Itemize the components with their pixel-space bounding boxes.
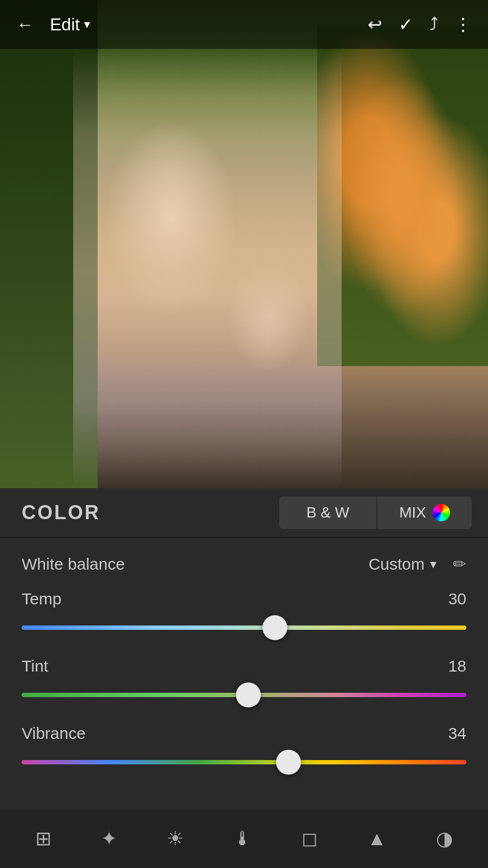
temp-value: 30 bbox=[448, 590, 466, 608]
temp-label: Temp bbox=[22, 590, 61, 608]
edit-label: Edit bbox=[50, 15, 80, 35]
toolbar-presets-icon[interactable]: ⊞ bbox=[35, 827, 52, 850]
edit-title[interactable]: Edit ▾ bbox=[50, 15, 90, 35]
more-button[interactable]: ⋮ bbox=[454, 14, 472, 35]
white-balance-dropdown[interactable]: Custom ▾ bbox=[369, 555, 436, 573]
undo-button[interactable]: ↩ bbox=[368, 14, 382, 35]
white-balance-value: Custom bbox=[369, 555, 425, 573]
edit-chevron: ▾ bbox=[84, 17, 90, 31]
color-wheel-icon bbox=[433, 504, 450, 521]
bottom-toolbar: ⊞ ✦ ☀ 🌡 ◻ ▲ ◑ bbox=[0, 808, 488, 868]
tint-label: Tint bbox=[22, 657, 48, 675]
eyedropper-button[interactable]: ✏ bbox=[453, 554, 466, 573]
toolbar-color-icon[interactable]: 🌡 bbox=[233, 827, 253, 850]
white-balance-label: White balance bbox=[22, 555, 369, 573]
vibrance-slider-header: Vibrance 34 bbox=[22, 724, 466, 743]
toolbar-auto-icon[interactable]: ✦ bbox=[101, 827, 117, 850]
edit-panel: COLOR B & W MIX White balance Custom ▾ ✏… bbox=[0, 488, 488, 868]
photo-preview bbox=[0, 0, 488, 488]
vibrance-value: 34 bbox=[448, 724, 466, 743]
toolbar-detail-icon[interactable]: ▲ bbox=[367, 827, 387, 850]
tint-slider-thumb[interactable] bbox=[236, 682, 261, 707]
share-button[interactable]: ⤴ bbox=[429, 15, 438, 35]
tab-mix[interactable]: MIX bbox=[377, 496, 472, 529]
tint-slider-header: Tint 18 bbox=[22, 657, 466, 675]
confirm-button[interactable]: ✓ bbox=[399, 14, 413, 35]
vibrance-slider-track bbox=[22, 760, 466, 764]
toolbar-curves-icon[interactable]: ◑ bbox=[436, 827, 453, 850]
controls-area: White balance Custom ▾ ✏ Temp 30 Tint bbox=[0, 538, 488, 802]
toolbar-effects-icon[interactable]: ◻ bbox=[301, 827, 318, 850]
header-right: ↩ ✓ ⤴ ⋮ bbox=[368, 14, 472, 35]
temp-slider-track bbox=[22, 626, 466, 630]
mix-label: MIX bbox=[399, 504, 426, 521]
white-balance-row: White balance Custom ▾ ✏ bbox=[22, 554, 466, 573]
dropdown-chevron-icon: ▾ bbox=[430, 557, 436, 572]
photo-person bbox=[73, 49, 342, 488]
back-button[interactable]: ← bbox=[16, 15, 34, 35]
photo-flowers bbox=[317, 24, 488, 366]
photo-background bbox=[0, 0, 488, 488]
tint-slider-track-container[interactable] bbox=[22, 683, 466, 707]
tint-slider-track bbox=[22, 693, 466, 697]
tint-value: 18 bbox=[448, 657, 466, 675]
temp-slider-section: Temp 30 bbox=[22, 590, 466, 640]
temp-slider-header: Temp 30 bbox=[22, 590, 466, 608]
vibrance-slider-track-container[interactable] bbox=[22, 750, 466, 774]
temp-slider-track-container[interactable] bbox=[22, 616, 466, 640]
vibrance-slider-thumb[interactable] bbox=[276, 750, 301, 775]
vibrance-label: Vibrance bbox=[22, 724, 86, 743]
vibrance-slider-section: Vibrance 34 bbox=[22, 724, 466, 774]
tint-slider-section: Tint 18 bbox=[22, 657, 466, 707]
header: ← Edit ▾ ↩ ✓ ⤴ ⋮ bbox=[0, 0, 488, 49]
temp-slider-thumb[interactable] bbox=[262, 615, 287, 640]
tab-bw[interactable]: B & W bbox=[279, 496, 376, 529]
header-left: ← Edit ▾ bbox=[16, 15, 90, 35]
tab-color[interactable]: COLOR bbox=[16, 501, 279, 524]
tab-row: COLOR B & W MIX bbox=[0, 488, 488, 537]
toolbar-light-icon[interactable]: ☀ bbox=[166, 827, 184, 850]
